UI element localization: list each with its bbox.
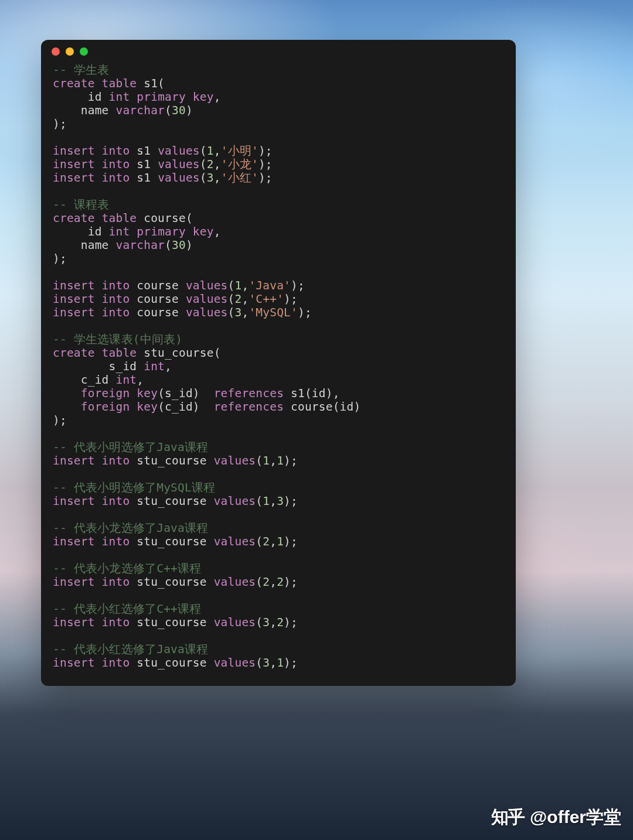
code-line: insert into stu_course values(1,3); [53,494,504,508]
code-line [53,319,504,333]
code-line: name varchar(30) [53,104,504,117]
watermark-handle: @offer学堂 [530,805,621,829]
code-line: ); [53,252,504,265]
code-line: insert into stu_course values(2,2); [53,575,504,589]
code-line: insert into stu_course values(3,1); [53,656,504,670]
minimize-icon[interactable] [66,47,74,56]
code-line: insert into course values(3,'MySQL'); [53,306,504,319]
watermark: 知乎 @offer学堂 [491,805,621,829]
code-line: c_id int, [53,373,504,387]
code-line: insert into stu_course values(2,1); [53,535,504,548]
sql-code-block: -- 学生表create table s1( id int primary ke… [41,63,516,675]
maximize-icon[interactable] [80,47,88,56]
code-line [53,427,504,441]
code-line: create table course( [53,211,504,225]
zhihu-logo: 知乎 [491,805,524,829]
code-line: -- 代表小明选修了Java课程 [53,441,504,454]
close-icon[interactable] [52,47,60,56]
code-line: id int primary key, [53,225,504,238]
code-window: -- 学生表create table s1( id int primary ke… [41,40,516,686]
code-line: insert into s1 values(3,'小红'); [53,171,504,185]
code-line: s_id int, [53,360,504,373]
code-line: -- 代表小明选修了MySQL课程 [53,481,504,494]
code-line [53,265,504,279]
code-line: insert into s1 values(1,'小明'); [53,144,504,158]
code-line: create table s1( [53,77,504,90]
code-line: ); [53,117,504,131]
code-line: -- 代表小红选修了C++课程 [53,602,504,616]
code-line: insert into stu_course values(3,2); [53,616,504,629]
code-line [53,185,504,198]
code-line: insert into s1 values(2,'小龙'); [53,158,504,171]
code-line: -- 学生表 [53,63,504,77]
code-line [53,589,504,602]
code-line: -- 代表小龙选修了Java课程 [53,521,504,535]
code-line: insert into stu_course values(1,1); [53,454,504,467]
code-line: create table stu_course( [53,346,504,360]
code-line: foreign key(c_id) references course(id) [53,400,504,414]
code-line: ); [53,414,504,427]
code-line: name varchar(30) [53,238,504,252]
code-line [53,629,504,643]
code-line [53,131,504,144]
code-line: -- 学生选课表(中间表) [53,333,504,346]
code-line [53,467,504,481]
code-line [53,548,504,562]
code-line [53,508,504,521]
code-line: foreign key(s_id) references s1(id), [53,387,504,400]
code-line: id int primary key, [53,90,504,104]
code-line: insert into course values(1,'Java'); [53,279,504,292]
code-line: -- 代表小红选修了Java课程 [53,643,504,656]
code-line: insert into course values(2,'C++'); [53,292,504,306]
code-line: -- 代表小龙选修了C++课程 [53,562,504,575]
mac-titlebar [41,40,516,63]
code-line: -- 课程表 [53,198,504,211]
